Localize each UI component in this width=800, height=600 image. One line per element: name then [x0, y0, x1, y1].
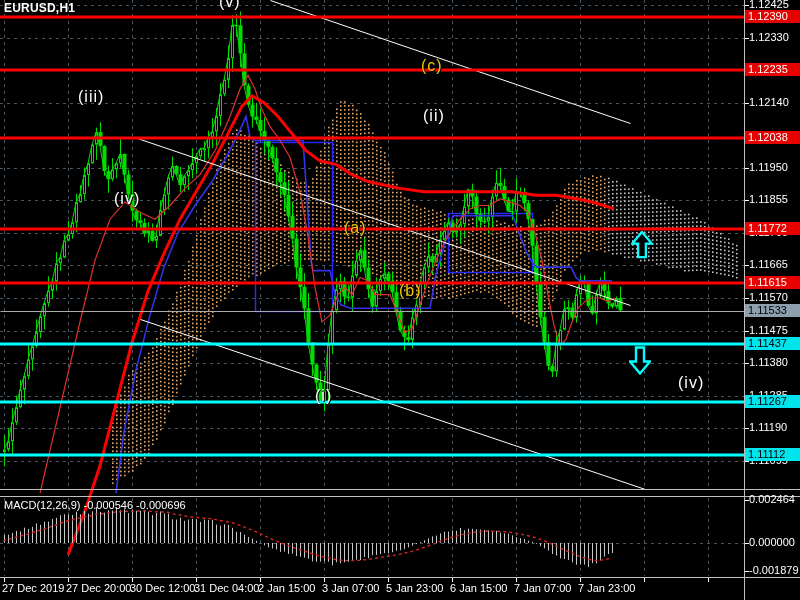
time-tick-label: 7 Jan 23:00 [578, 582, 636, 594]
level-price-tag: 1.12235 [745, 63, 800, 76]
up-arrow-icon[interactable] [631, 231, 653, 263]
price-tick-label: 1.11475 [749, 324, 788, 336]
time-tick-label: 27 Dec 2019 [2, 582, 64, 594]
price-tick-label: 1.11950 [749, 161, 788, 173]
time-tick-label: 30 Dec 12:00 [130, 582, 195, 594]
wave-label-c[interactable]: (c) [421, 57, 443, 75]
macd-scale-label: 0.000000 [749, 536, 795, 548]
time-tick-label: 7 Jan 07:00 [514, 582, 572, 594]
level-price-tag: 1.11437 [745, 337, 800, 350]
time-tick-label: 31 Dec 04:00 [194, 582, 259, 594]
time-tick-label: 6 Jan 15:00 [450, 582, 508, 594]
price-tick-label: 1.12425 [749, 0, 789, 10]
time-tick-label: 27 Dec 20:00 [66, 582, 131, 594]
price-tick-label: 1.11665 [749, 258, 788, 270]
level-price-tag: 1.11112 [745, 448, 800, 461]
level-price-tag: 1.11615 [745, 276, 800, 289]
wave-label-ii[interactable]: (ii) [423, 107, 445, 125]
down-arrow-icon[interactable] [629, 345, 651, 379]
current-price-tag: 1.11533 [745, 304, 800, 317]
price-tick-label: 1.12140 [749, 96, 789, 108]
level-price-tag: 1.12390 [745, 10, 800, 23]
price-tick-label: 1.11855 [749, 193, 788, 205]
wave-label-a[interactable]: (a) [344, 219, 367, 237]
macd-indicator-label: MACD(12,26,9) -0.000546 -0.000696 [4, 499, 186, 511]
wave-label-iv[interactable]: (iv) [114, 190, 140, 208]
price-tick-label: 1.11570 [749, 291, 788, 303]
price-tick-label: 1.11190 [749, 421, 787, 433]
time-tick-label: 2 Jan 15:00 [258, 582, 316, 594]
wave-label-iv[interactable]: (iv) [678, 374, 704, 392]
macd-scale-label: 0.002464 [749, 493, 795, 505]
macd-name: MACD(12,26,9) [4, 499, 80, 511]
wave-label-i[interactable]: (i) [315, 387, 332, 405]
macd-scale-label: -0.001879 [749, 564, 799, 576]
macd-signal-value: -0.000696 [136, 499, 186, 511]
level-price-tag: 1.11267 [745, 395, 800, 408]
level-price-tag: 1.12038 [745, 131, 800, 144]
price-tick-label: 1.12330 [749, 31, 789, 43]
time-tick-label: 5 Jan 23:00 [386, 582, 444, 594]
wave-label-iii[interactable]: (iii) [78, 88, 104, 106]
symbol-label: EURUSD,H1 [4, 1, 75, 15]
level-price-tag: 1.11772 [745, 222, 800, 235]
wave-label-b[interactable]: (b) [399, 282, 422, 300]
price-tick-label: 1.11380 [749, 356, 788, 368]
macd-value: -0.000546 [83, 499, 133, 511]
mt4-chart-window: { "symbol_label": "EURUSD,H1", "indicato… [0, 0, 800, 600]
time-tick-label: 3 Jan 07:00 [322, 582, 380, 594]
wave-label-v[interactable]: (v) [219, 0, 241, 11]
